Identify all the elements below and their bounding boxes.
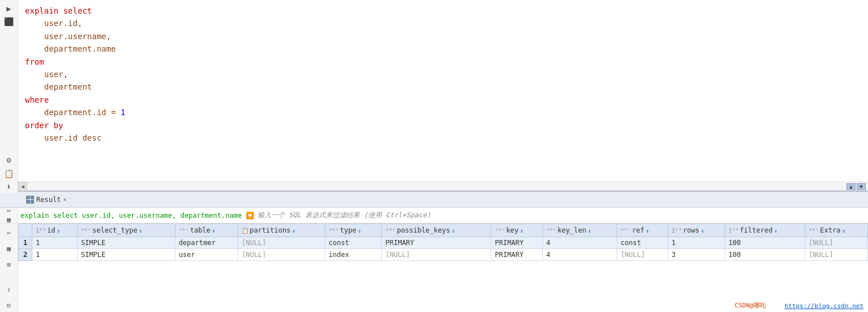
col-header-rows[interactable]: 1²³rows↕: [668, 224, 724, 237]
table-cell: PRIMARY: [491, 249, 543, 261]
nav-up-arrow[interactable]: ▲: [846, 183, 856, 190]
result-panel: Result ✕ ↔ ▦ explain select user.id, use…: [0, 191, 868, 312]
table-cell: 1: [668, 237, 724, 249]
watermark-author: CSDN@哪吒: [735, 301, 766, 310]
toolbar-settings-icon[interactable]: ⚙: [2, 154, 16, 166]
nav-arrows: ▲ ▼: [846, 182, 866, 191]
result-toolbar-icon-3[interactable]: ⊞: [2, 258, 16, 271]
table-cell: [NULL]: [238, 237, 325, 249]
table-cell: [NULL]: [805, 249, 868, 261]
col-header-id[interactable]: 1²³id↕: [32, 224, 78, 237]
result-toolbar-icon-2[interactable]: ▦: [2, 242, 16, 255]
col-header-type[interactable]: ᵃᵇᶜtype↕: [325, 224, 382, 237]
table-cell: 1: [32, 249, 78, 261]
table-cell: 4: [542, 237, 617, 249]
sql-editor[interactable]: explain select user.id, user.username, d…: [18, 0, 868, 182]
editor-scrollbar[interactable]: ◀ ▲ ▼: [18, 182, 868, 191]
nav-down-arrow[interactable]: ▼: [857, 183, 866, 190]
watermark-site[interactable]: https://blog.csdn.net: [785, 302, 863, 310]
result-header: Result ✕: [0, 192, 868, 208]
result-tab-label: Result: [36, 196, 61, 204]
table-cell: 3: [668, 249, 724, 261]
table-row: 11SIMPLEdepartmer[NULL]constPRIMARYPRIMA…: [19, 237, 868, 249]
table-cell: 100: [725, 249, 805, 261]
result-grid-icon[interactable]: ▦: [7, 216, 11, 224]
result-body: ⇔ ▦ ⊞ ⇕ ⊟ 1²³id↕ ᵃᵇᶜselect_type↕ ᵃᵇᶜtabl…: [0, 224, 868, 312]
col-header-possible-keys[interactable]: ᵃᵇᶜpossible_keys↕: [382, 224, 491, 237]
col-header-extra[interactable]: ᵃᵇᶜExtra↕: [805, 224, 868, 237]
col-header-filtered[interactable]: 1²³filtered↕: [725, 224, 805, 237]
table-cell: 100: [725, 237, 805, 249]
result-table-container[interactable]: 1²³id↕ ᵃᵇᶜselect_type↕ ᵃᵇᶜtable↕ 📋partit…: [18, 224, 868, 312]
filter-bar: ↔ ▦ explain select user.id, user.usernam…: [0, 208, 868, 224]
toolbar-file-icon[interactable]: 📋: [2, 167, 16, 180]
table-cell: [NULL]: [238, 249, 325, 261]
table-cell: departmer: [175, 237, 238, 249]
table-cell: PRIMARY: [382, 237, 491, 249]
table-cell: PRIMARY: [491, 237, 543, 249]
table-header-row: 1²³id↕ ᵃᵇᶜselect_type↕ ᵃᵇᶜtable↕ 📋partit…: [19, 224, 868, 237]
row-num-cell: 1: [19, 237, 32, 249]
table-cell: [NULL]: [382, 249, 491, 261]
result-toolbar-icon-4[interactable]: ⇕: [2, 283, 16, 296]
result-toolbar-icon-5[interactable]: ⊟: [2, 298, 16, 312]
table-cell: const: [325, 237, 382, 249]
table-cell: 1: [32, 237, 78, 249]
scroll-left-arrow[interactable]: ◀: [18, 182, 27, 191]
col-header-select-type[interactable]: ᵃᵇᶜselect_type↕: [77, 224, 175, 237]
table-row: 21SIMPLEuser[NULL]index[NULL]PRIMARY4[NU…: [19, 249, 868, 261]
result-tab-icon: [26, 196, 34, 204]
col-header-partitions[interactable]: 📋partitions↕: [238, 224, 325, 237]
table-cell: 4: [542, 249, 617, 261]
filter-funnel-icon[interactable]: 🔽: [245, 211, 254, 220]
toolbar-download-icon[interactable]: ⬇: [2, 180, 16, 193]
table-cell: SIMPLE: [77, 249, 175, 261]
filter-input-area[interactable]: 输入一个 SQL 表达式来过滤结果 (使用 Ctrl+Space): [258, 210, 863, 220]
toolbar-run-icon[interactable]: ▶: [2, 2, 16, 15]
col-header-ref[interactable]: ᵃᵇᶜref↕: [617, 224, 668, 237]
col-header-rownum: [19, 224, 32, 237]
table-cell: [NULL]: [805, 237, 868, 249]
result-toolbar-icon-1[interactable]: ⇔: [2, 226, 16, 239]
editor-left-toolbar: ▶ ⬛ ⚙ 📋 ⬇: [0, 0, 18, 193]
col-header-key[interactable]: ᵃᵇᶜkey↕: [491, 224, 543, 237]
result-close-icon[interactable]: ✕: [63, 196, 66, 203]
filter-placeholder-text: 输入一个 SQL 表达式来过滤结果 (使用 Ctrl+Space): [258, 210, 431, 220]
row-num-cell: 2: [19, 249, 32, 261]
result-table: 1²³id↕ ᵃᵇᶜselect_type↕ ᵃᵇᶜtable↕ 📋partit…: [18, 224, 868, 261]
col-header-table[interactable]: ᵃᵇᶜtable↕: [175, 224, 238, 237]
scroll-track[interactable]: [27, 182, 868, 191]
table-cell: const: [617, 237, 668, 249]
table-cell: SIMPLE: [77, 237, 175, 249]
table-cell: index: [325, 249, 382, 261]
col-header-key-len[interactable]: ᵃᵇᶜkey_len↕: [542, 224, 617, 237]
filter-sql-text: explain select user.id, user.username, d…: [20, 212, 242, 220]
result-left-toolbar: ⇔ ▦ ⊞ ⇕ ⊟: [0, 224, 18, 312]
toolbar-icon-2[interactable]: ⬛: [2, 16, 16, 28]
result-sort-icon[interactable]: ↔: [7, 207, 11, 214]
result-left-top-icons: ↔ ▦: [0, 208, 18, 223]
result-tab[interactable]: Result ✕: [26, 196, 66, 204]
table-cell: user: [175, 249, 238, 261]
table-cell: [NULL]: [617, 249, 668, 261]
